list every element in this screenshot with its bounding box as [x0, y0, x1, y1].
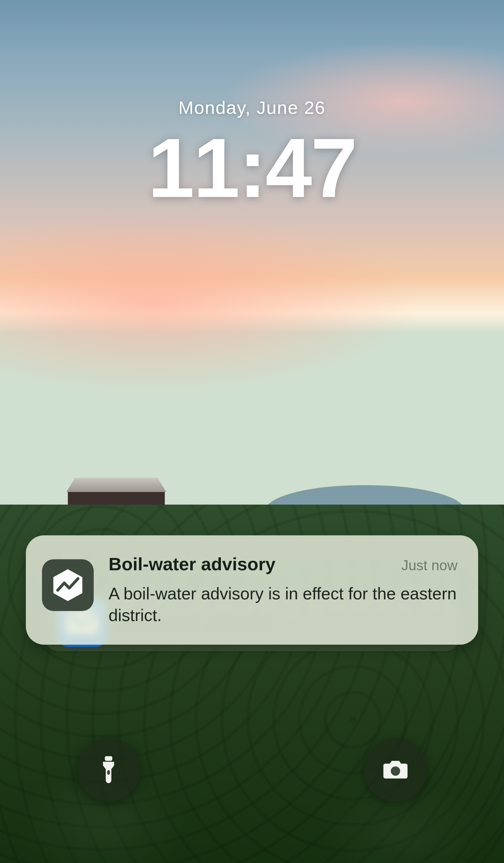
hexagon-chart-icon — [42, 559, 94, 611]
notification-timestamp: Just now — [401, 557, 457, 574]
notification-stack: Boil-water advisory Just now Boil-water … — [26, 535, 478, 645]
flashlight-icon — [94, 754, 124, 785]
svg-point-4 — [391, 766, 400, 776]
notification-content: Boil-water advisory Just now A boil-wate… — [108, 553, 457, 626]
notification-title: Boil-water advisory — [108, 553, 275, 574]
notification-body: A boil-water advisory is in effect for t… — [108, 583, 457, 626]
camera-icon — [380, 754, 410, 785]
wallpaper-sky — [0, 0, 504, 504]
camera-button[interactable] — [364, 738, 427, 802]
svg-rect-3 — [107, 770, 110, 775]
lockscreen-date: Monday, June 26 — [0, 97, 504, 118]
notification-card-front[interactable]: Boil-water advisory Just now A boil-wate… — [26, 535, 478, 645]
svg-rect-2 — [105, 756, 113, 761]
flashlight-button[interactable] — [77, 738, 140, 802]
lockscreen-time: 11:47 — [0, 120, 504, 216]
